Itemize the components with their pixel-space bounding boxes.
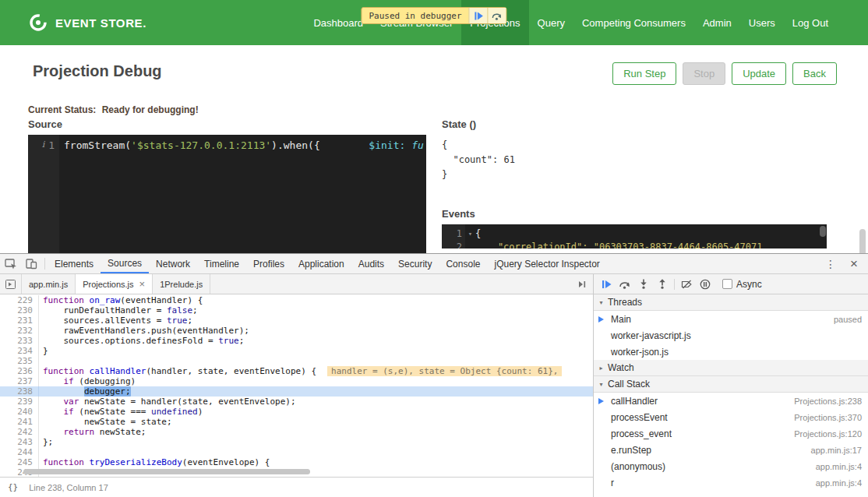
open-file-list-icon[interactable]: [572, 274, 593, 294]
thread-worker-json-js[interactable]: worker-json.js: [594, 344, 868, 360]
devtools-body: app.min.jsProjections.js×1Prelude.js 229…: [0, 274, 868, 497]
code-line-230[interactable]: 230 runDefaultHandler = false;: [0, 305, 593, 315]
step-out-button[interactable]: [653, 276, 672, 293]
line-number[interactable]: 240: [0, 407, 39, 417]
line-number[interactable]: 237: [0, 376, 39, 386]
threads-section-header[interactable]: ▾ Threads: [594, 294, 868, 311]
events-line-number: 1: [442, 227, 465, 241]
devtools-close-icon[interactable]: ×: [843, 256, 865, 272]
async-toggle[interactable]: Async: [722, 279, 762, 290]
stop-button[interactable]: Stop: [683, 62, 725, 85]
watch-section-header[interactable]: ▸ Watch: [594, 360, 868, 376]
thread-worker-javascript-js[interactable]: worker-javascript.js: [594, 327, 868, 344]
file-tab-projections-js[interactable]: Projections.js×: [76, 274, 153, 294]
deactivate-breakpoints-button[interactable]: [677, 276, 696, 293]
stack-frame-processevent[interactable]: processEventProjections.js:370: [594, 409, 868, 425]
stack-frame-callhandler[interactable]: callHandlerProjections.js:238: [594, 393, 868, 409]
banner-step-over-icon[interactable]: [488, 8, 506, 23]
source-editor[interactable]: i 1 fromStream('$stats-127.0.0.1:2113').…: [28, 135, 426, 253]
close-file-tab-icon[interactable]: ×: [139, 279, 146, 289]
step-over-button[interactable]: [616, 276, 634, 293]
pretty-print-button[interactable]: {}: [8, 482, 18, 492]
code-line-232[interactable]: 232 rawEventHandlers.push(eventHandler);: [0, 326, 593, 336]
stack-frame-r[interactable]: rapp.min.js:4: [594, 474, 868, 491]
line-number[interactable]: 236: [0, 366, 39, 376]
tab-network[interactable]: Network: [149, 254, 197, 273]
resume-script-button[interactable]: [597, 276, 616, 293]
update-button[interactable]: Update: [732, 62, 786, 85]
thread-main[interactable]: Mainpaused: [594, 311, 868, 327]
line-number[interactable]: 235: [0, 356, 39, 366]
events-editor[interactable]: 1▾{2 "correlationId": "06303703-8837-446…: [442, 224, 827, 248]
events-scrollbar[interactable]: [820, 226, 826, 237]
tab-elements[interactable]: Elements: [48, 254, 101, 273]
tab-security[interactable]: Security: [391, 254, 439, 273]
code-line-237[interactable]: 237 if (debugging): [0, 376, 593, 386]
line-number[interactable]: 242: [0, 427, 39, 437]
stack-frame-anonymous[interactable]: (anonymous)app.min.js:4: [594, 458, 868, 474]
banner-resume-icon[interactable]: [469, 8, 488, 23]
code-line-229[interactable]: 229function on_raw(eventHandler) {: [0, 295, 593, 305]
code-line-236[interactable]: 236function callHandler(handler, state, …: [0, 366, 593, 376]
device-toolbar-icon[interactable]: [21, 254, 42, 273]
nav-item-query[interactable]: Query: [529, 0, 573, 45]
line-number[interactable]: 241: [0, 417, 39, 427]
line-number[interactable]: 243: [0, 437, 39, 447]
call-stack-section-header[interactable]: ▾ Call Stack: [594, 376, 868, 393]
line-number[interactable]: 232: [0, 326, 39, 336]
tab-console[interactable]: Console: [439, 254, 487, 273]
pause-on-exceptions-button[interactable]: [696, 276, 715, 293]
line-number[interactable]: 238: [0, 386, 39, 397]
tab-timeline[interactable]: Timeline: [197, 254, 246, 273]
code-line-233[interactable]: 233 sources.options.definesFold = true;: [0, 336, 593, 346]
page-scrollbar[interactable]: [859, 229, 866, 253]
nav-item-admin[interactable]: Admin: [694, 0, 740, 45]
code-line-241[interactable]: 241 newState = state;: [0, 417, 593, 427]
code-line-239[interactable]: 239 var newState = handler(state, eventE…: [0, 397, 593, 407]
nav-item-log-out[interactable]: Log Out: [784, 0, 837, 45]
events-line: 2 "correlationId": "06303703-8837-4464-8…: [442, 241, 827, 248]
code-line-234[interactable]: 234}: [0, 346, 593, 356]
line-number[interactable]: 230: [0, 305, 39, 315]
code-line-238[interactable]: 238 debugger;: [0, 386, 593, 397]
line-number[interactable]: 245: [0, 457, 39, 467]
code-line-245[interactable]: 245function tryDeserializeBody(eventEnve…: [0, 457, 593, 467]
line-number[interactable]: 233: [0, 336, 39, 346]
file-tab-1prelude-js[interactable]: 1Prelude.js: [153, 274, 210, 294]
horizontal-scrollbar[interactable]: [23, 469, 310, 474]
nav-item-competing-consumers[interactable]: Competing Consumers: [573, 0, 694, 45]
nav-item-users[interactable]: Users: [740, 0, 784, 45]
line-number[interactable]: 229: [0, 295, 39, 305]
code-line-text: runDefaultHandler = false;: [39, 305, 198, 315]
code-line-244[interactable]: 244: [0, 447, 593, 457]
stack-frame-e-runstep[interactable]: e.runStepapp.min.js:17: [594, 442, 868, 458]
stack-frame-process-event[interactable]: process_eventProjections.js:120: [594, 425, 868, 442]
tab-audits[interactable]: Audits: [351, 254, 391, 273]
line-number[interactable]: 234: [0, 346, 39, 356]
code-line-231[interactable]: 231 sources.allEvents = true;: [0, 315, 593, 326]
line-number[interactable]: 239: [0, 397, 39, 407]
file-tab-app-min-js[interactable]: app.min.js: [21, 274, 76, 294]
devtools-menu-icon[interactable]: ⋮: [818, 258, 843, 270]
controls-separator: [674, 279, 675, 290]
code-line-235[interactable]: 235: [0, 356, 593, 366]
code-line-242[interactable]: 242 return newState;: [0, 427, 593, 437]
code-line-240[interactable]: 240 if (newState === undefined): [0, 407, 593, 417]
line-number[interactable]: 244: [0, 447, 39, 457]
toggle-navigator-icon[interactable]: [0, 274, 21, 294]
source-code-view[interactable]: 229function on_raw(eventHandler) {230 ru…: [0, 294, 593, 477]
eventstore-logo[interactable]: EVENT STORE.: [28, 12, 146, 33]
tab-application[interactable]: Application: [291, 254, 351, 273]
async-checkbox[interactable]: [722, 279, 732, 289]
tab-profiles[interactable]: Profiles: [246, 254, 291, 273]
line-number[interactable]: 231: [0, 315, 39, 326]
tab-jquery-selector-inspector[interactable]: jQuery Selector Inspector: [487, 254, 606, 273]
devtools-toolbar-right: ⋮ ×: [818, 254, 868, 273]
back-button[interactable]: Back: [792, 62, 837, 85]
run-step-button[interactable]: Run Step: [612, 62, 676, 85]
inspect-element-icon[interactable]: [0, 254, 21, 273]
step-into-button[interactable]: [634, 276, 653, 293]
tab-sources[interactable]: Sources: [101, 254, 149, 273]
code-line-243[interactable]: 243};: [0, 437, 593, 447]
debugger-controls: Async: [594, 274, 868, 294]
